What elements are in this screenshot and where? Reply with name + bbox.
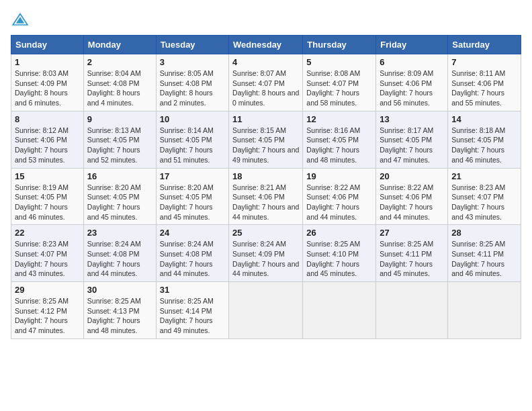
day-info: Sunrise: 8:05 AMSunset: 4:08 PMDaylight:…	[160, 68, 225, 108]
calendar-cell: 25 Sunrise: 8:24 AMSunset: 4:09 PMDaylig…	[229, 225, 303, 282]
calendar-cell: 1 Sunrise: 8:03 AMSunset: 4:09 PMDayligh…	[11, 54, 84, 111]
day-number: 5	[306, 57, 372, 67]
day-info: Sunrise: 8:25 AMSunset: 4:14 PMDaylight:…	[160, 296, 225, 336]
day-info: Sunrise: 8:04 AMSunset: 4:08 PMDaylight:…	[87, 68, 152, 108]
header-cell-tuesday: Tuesday	[156, 36, 228, 54]
day-number: 18	[232, 171, 299, 181]
day-info: Sunrise: 8:23 AMSunset: 4:07 PMDaylight:…	[15, 239, 80, 279]
header-cell-friday: Friday	[376, 36, 448, 54]
day-info: Sunrise: 8:15 AMSunset: 4:05 PMDaylight:…	[232, 126, 299, 165]
calendar-cell	[448, 282, 521, 339]
day-number: 21	[451, 171, 517, 181]
calendar-cell: 17 Sunrise: 8:20 AMSunset: 4:05 PMDaylig…	[156, 168, 228, 225]
logo	[11, 11, 32, 30]
calendar-cell: 26 Sunrise: 8:25 AMSunset: 4:10 PMDaylig…	[303, 225, 376, 282]
header-cell-thursday: Thursday	[303, 36, 376, 54]
day-number: 12	[306, 114, 372, 124]
day-number: 25	[232, 228, 299, 238]
day-number: 31	[160, 285, 225, 295]
day-number: 23	[87, 228, 152, 238]
calendar-cell	[303, 282, 376, 339]
header-row: SundayMondayTuesdayWednesdayThursdayFrid…	[11, 36, 521, 54]
day-number: 2	[87, 57, 152, 67]
header-cell-saturday: Saturday	[448, 36, 521, 54]
calendar-cell: 10 Sunrise: 8:14 AMSunset: 4:05 PMDaylig…	[156, 111, 228, 168]
day-info: Sunrise: 8:21 AMSunset: 4:06 PMDaylight:…	[232, 183, 299, 222]
calendar-week-2: 8 Sunrise: 8:12 AMSunset: 4:06 PMDayligh…	[11, 111, 521, 168]
day-info: Sunrise: 8:07 AMSunset: 4:07 PMDaylight:…	[232, 68, 299, 108]
day-info: Sunrise: 8:17 AMSunset: 4:05 PMDaylight:…	[380, 126, 444, 165]
calendar-cell	[376, 282, 448, 339]
logo-icon	[11, 11, 30, 30]
day-info: Sunrise: 8:03 AMSunset: 4:09 PMDaylight:…	[15, 68, 80, 108]
calendar-header: SundayMondayTuesdayWednesdayThursdayFrid…	[11, 36, 521, 54]
day-number: 1	[15, 57, 80, 67]
calendar-cell: 31 Sunrise: 8:25 AMSunset: 4:14 PMDaylig…	[156, 282, 228, 339]
calendar-cell	[229, 282, 303, 339]
page-header	[11, 11, 521, 30]
day-number: 24	[160, 228, 225, 238]
day-number: 14	[451, 114, 517, 124]
day-number: 11	[232, 114, 299, 124]
calendar-cell: 2 Sunrise: 8:04 AMSunset: 4:08 PMDayligh…	[83, 54, 156, 111]
day-number: 16	[87, 171, 152, 181]
day-number: 6	[380, 57, 444, 67]
calendar-week-5: 29 Sunrise: 8:25 AMSunset: 4:12 PMDaylig…	[11, 282, 521, 339]
calendar-cell: 30 Sunrise: 8:25 AMSunset: 4:13 PMDaylig…	[83, 282, 156, 339]
day-info: Sunrise: 8:12 AMSunset: 4:06 PMDaylight:…	[15, 126, 80, 165]
calendar-cell: 15 Sunrise: 8:19 AMSunset: 4:05 PMDaylig…	[11, 168, 84, 225]
day-number: 9	[87, 114, 152, 124]
day-number: 30	[87, 285, 152, 295]
day-info: Sunrise: 8:25 AMSunset: 4:11 PMDaylight:…	[380, 239, 444, 279]
day-info: Sunrise: 8:09 AMSunset: 4:06 PMDaylight:…	[380, 68, 444, 108]
calendar-cell: 13 Sunrise: 8:17 AMSunset: 4:05 PMDaylig…	[376, 111, 448, 168]
calendar-table: SundayMondayTuesdayWednesdayThursdayFrid…	[11, 35, 521, 339]
day-info: Sunrise: 8:08 AMSunset: 4:07 PMDaylight:…	[306, 68, 372, 108]
day-info: Sunrise: 8:16 AMSunset: 4:05 PMDaylight:…	[306, 126, 372, 165]
day-number: 26	[306, 228, 372, 238]
calendar-cell: 6 Sunrise: 8:09 AMSunset: 4:06 PMDayligh…	[376, 54, 448, 111]
calendar-cell: 27 Sunrise: 8:25 AMSunset: 4:11 PMDaylig…	[376, 225, 448, 282]
day-info: Sunrise: 8:20 AMSunset: 4:05 PMDaylight:…	[87, 183, 152, 222]
day-number: 20	[380, 171, 444, 181]
calendar-cell: 29 Sunrise: 8:25 AMSunset: 4:12 PMDaylig…	[11, 282, 84, 339]
day-number: 27	[380, 228, 444, 238]
calendar-cell: 18 Sunrise: 8:21 AMSunset: 4:06 PMDaylig…	[229, 168, 303, 225]
calendar-cell: 4 Sunrise: 8:07 AMSunset: 4:07 PMDayligh…	[229, 54, 303, 111]
day-info: Sunrise: 8:24 AMSunset: 4:09 PMDaylight:…	[232, 239, 299, 279]
calendar-cell: 5 Sunrise: 8:08 AMSunset: 4:07 PMDayligh…	[303, 54, 376, 111]
day-number: 10	[160, 114, 225, 124]
day-number: 28	[451, 228, 517, 238]
calendar-cell: 12 Sunrise: 8:16 AMSunset: 4:05 PMDaylig…	[303, 111, 376, 168]
calendar-cell: 11 Sunrise: 8:15 AMSunset: 4:05 PMDaylig…	[229, 111, 303, 168]
day-info: Sunrise: 8:25 AMSunset: 4:13 PMDaylight:…	[87, 296, 152, 336]
calendar-week-1: 1 Sunrise: 8:03 AMSunset: 4:09 PMDayligh…	[11, 54, 521, 111]
header-cell-wednesday: Wednesday	[229, 36, 303, 54]
day-info: Sunrise: 8:24 AMSunset: 4:08 PMDaylight:…	[160, 239, 225, 279]
day-info: Sunrise: 8:13 AMSunset: 4:05 PMDaylight:…	[87, 126, 152, 165]
day-number: 13	[380, 114, 444, 124]
day-info: Sunrise: 8:11 AMSunset: 4:06 PMDaylight:…	[451, 68, 517, 108]
calendar-cell: 28 Sunrise: 8:25 AMSunset: 4:11 PMDaylig…	[448, 225, 521, 282]
day-number: 19	[306, 171, 372, 181]
day-number: 8	[15, 114, 80, 124]
day-info: Sunrise: 8:23 AMSunset: 4:07 PMDaylight:…	[451, 183, 517, 222]
day-number: 4	[232, 57, 299, 67]
calendar-cell: 16 Sunrise: 8:20 AMSunset: 4:05 PMDaylig…	[83, 168, 156, 225]
calendar-cell: 20 Sunrise: 8:22 AMSunset: 4:06 PMDaylig…	[376, 168, 448, 225]
calendar-cell: 9 Sunrise: 8:13 AMSunset: 4:05 PMDayligh…	[83, 111, 156, 168]
calendar-cell: 14 Sunrise: 8:18 AMSunset: 4:05 PMDaylig…	[448, 111, 521, 168]
day-info: Sunrise: 8:25 AMSunset: 4:12 PMDaylight:…	[15, 296, 80, 336]
calendar-cell: 19 Sunrise: 8:22 AMSunset: 4:06 PMDaylig…	[303, 168, 376, 225]
calendar-cell: 3 Sunrise: 8:05 AMSunset: 4:08 PMDayligh…	[156, 54, 228, 111]
day-number: 3	[160, 57, 225, 67]
day-info: Sunrise: 8:18 AMSunset: 4:05 PMDaylight:…	[451, 126, 517, 165]
calendar-cell: 8 Sunrise: 8:12 AMSunset: 4:06 PMDayligh…	[11, 111, 84, 168]
calendar-body: 1 Sunrise: 8:03 AMSunset: 4:09 PMDayligh…	[11, 54, 521, 339]
day-number: 22	[15, 228, 80, 238]
calendar-week-4: 22 Sunrise: 8:23 AMSunset: 4:07 PMDaylig…	[11, 225, 521, 282]
calendar-week-3: 15 Sunrise: 8:19 AMSunset: 4:05 PMDaylig…	[11, 168, 521, 225]
day-number: 17	[160, 171, 225, 181]
header-cell-monday: Monday	[83, 36, 156, 54]
day-info: Sunrise: 8:25 AMSunset: 4:10 PMDaylight:…	[306, 239, 372, 279]
